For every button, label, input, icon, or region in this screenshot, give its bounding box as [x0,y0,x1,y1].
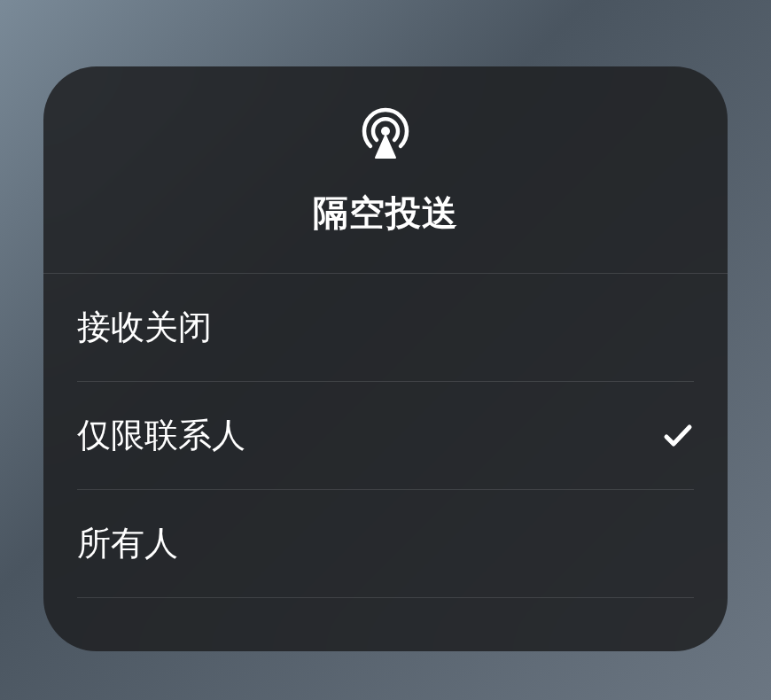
options-list: 接收关闭 仅限联系人 所有人 [43,274,728,598]
panel-header: 隔空投送 [43,66,728,274]
panel-title: 隔空投送 [313,189,458,237]
option-label: 所有人 [77,521,178,566]
svg-point-0 [381,127,390,136]
airdrop-icon [354,102,417,164]
airdrop-panel: 隔空投送 接收关闭 仅限联系人 所有人 [43,66,728,651]
option-everyone[interactable]: 所有人 [77,490,694,598]
option-receiving-off[interactable]: 接收关闭 [77,274,694,382]
option-label: 接收关闭 [77,305,212,350]
option-label: 仅限联系人 [77,413,245,458]
checkmark-icon [662,420,694,452]
option-contacts-only[interactable]: 仅限联系人 [77,382,694,490]
